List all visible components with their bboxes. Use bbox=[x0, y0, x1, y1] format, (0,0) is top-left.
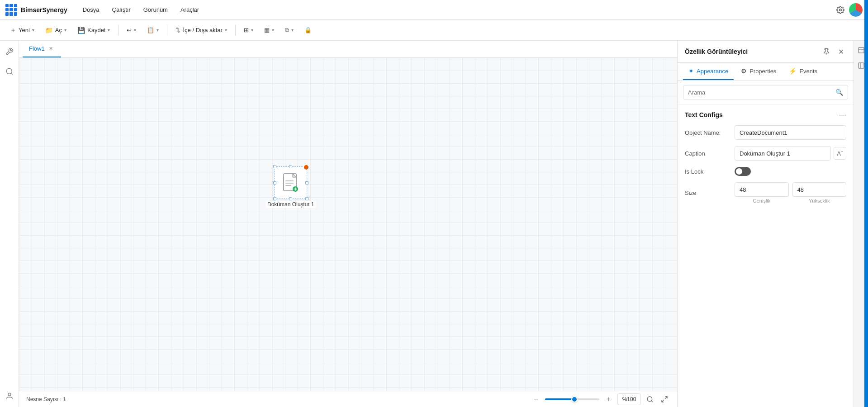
import-export-dropdown-arrow: ▾ bbox=[225, 28, 227, 33]
canvas-tabs: Flow1 ✕ bbox=[19, 41, 677, 58]
sidebar-user-icon[interactable] bbox=[3, 390, 16, 402]
zoom-expand-icon[interactable] bbox=[659, 394, 670, 405]
properties-tab-icon: ⚙ bbox=[741, 67, 747, 75]
canvas-tab-close-flow1[interactable]: ✕ bbox=[47, 45, 55, 52]
handle-top-left[interactable] bbox=[273, 165, 276, 168]
document-icon bbox=[283, 173, 299, 193]
canvas-node-createdocument[interactable]: Doküman Oluştur 1 bbox=[266, 166, 316, 208]
appearance-tab-icon: ✦ bbox=[688, 67, 694, 75]
node-box[interactable] bbox=[275, 166, 307, 199]
separator-3 bbox=[235, 25, 236, 36]
caption-translate-button[interactable]: Aᵀ bbox=[834, 147, 846, 160]
lock-button[interactable]: 🔒 bbox=[300, 24, 316, 36]
undo-dropdown-arrow: ▾ bbox=[134, 28, 136, 33]
zoom-controls: − ＋ bbox=[531, 393, 670, 405]
layout-dropdown-arrow: ▾ bbox=[272, 28, 274, 33]
section-collapse-icon[interactable]: — bbox=[839, 111, 846, 119]
copy-icon: ⧉ bbox=[285, 27, 289, 34]
zoom-out-button[interactable]: − bbox=[531, 394, 541, 405]
toolbar: ＋ Yeni ▾ 📁 Aç ▾ 💾 Kaydet ▾ ↩ ▾ 📋 ▾ ⇅ İçe… bbox=[0, 20, 868, 41]
field-row-object-name: Object Name: bbox=[685, 125, 846, 140]
clipboard-dropdown-arrow: ▾ bbox=[157, 28, 159, 33]
tab-events[interactable]: ⚡ Events bbox=[783, 63, 823, 80]
svg-rect-18 bbox=[859, 63, 864, 68]
size-width-wrap: Genişlik bbox=[735, 182, 789, 204]
lock-icon: 🔒 bbox=[304, 27, 312, 33]
left-sidebar bbox=[0, 41, 19, 407]
toggle-thumb bbox=[736, 168, 742, 175]
app-logo: BimserSynergy bbox=[5, 4, 67, 16]
canvas-area: Flow1 ✕ bbox=[19, 41, 677, 407]
zoom-fit-icon[interactable] bbox=[645, 394, 655, 405]
search-box: 🔍 bbox=[683, 85, 848, 99]
grid-button[interactable]: ⊞ ▾ bbox=[239, 24, 258, 36]
menu-bar: BimserSynergy Dosya Çalıştır Görünüm Ara… bbox=[0, 0, 868, 20]
size-height-input[interactable] bbox=[792, 182, 847, 197]
sidebar-tools-icon[interactable] bbox=[3, 45, 16, 58]
handle-top-middle[interactable] bbox=[289, 165, 292, 168]
size-height-wrap: Yükseklik bbox=[792, 182, 847, 204]
save-icon: 💾 bbox=[77, 27, 85, 34]
size-width-input[interactable] bbox=[735, 182, 789, 197]
clipboard-button[interactable]: 📋 ▾ bbox=[142, 24, 163, 36]
canvas-content[interactable]: Doküman Oluştur 1 bbox=[19, 58, 677, 391]
new-button[interactable]: ＋ Yeni ▾ bbox=[5, 24, 39, 37]
zoom-input[interactable] bbox=[617, 393, 641, 405]
open-button[interactable]: 📁 Aç ▾ bbox=[41, 24, 71, 36]
search-icon: 🔍 bbox=[835, 89, 843, 96]
zoom-slider-track[interactable] bbox=[545, 398, 599, 400]
copy-button[interactable]: ⧉ ▾ bbox=[280, 24, 298, 36]
handle-bottom-middle[interactable] bbox=[289, 197, 292, 200]
object-count: Nesne Sayısı : 1 bbox=[26, 396, 66, 402]
zoom-in-button[interactable]: ＋ bbox=[603, 394, 614, 405]
settings-icon[interactable] bbox=[835, 5, 845, 15]
section-title: Text Configs bbox=[685, 111, 723, 118]
handle-bottom-left[interactable] bbox=[273, 197, 276, 200]
object-name-label: Object Name: bbox=[685, 129, 735, 136]
undo-button[interactable]: ↩ ▾ bbox=[122, 24, 141, 36]
menu-araclar[interactable]: Araçlar bbox=[176, 5, 204, 15]
import-export-icon: ⇅ bbox=[175, 27, 180, 33]
import-export-button[interactable]: ⇅ İçe / Dışa aktar ▾ bbox=[171, 24, 231, 36]
handle-bottom-right[interactable] bbox=[305, 197, 308, 200]
canvas-tab-flow1[interactable]: Flow1 ✕ bbox=[23, 41, 61, 57]
field-row-size: Size Genişlik Yükseklik bbox=[685, 182, 846, 204]
canvas-statusbar: Nesne Sayısı : 1 − ＋ bbox=[19, 391, 677, 407]
copy-dropdown-arrow: ▾ bbox=[291, 28, 294, 33]
grid-icon: ⊞ bbox=[244, 27, 249, 33]
save-button[interactable]: 💾 Kaydet ▾ bbox=[73, 24, 114, 36]
panel-close-icon[interactable]: ✕ bbox=[835, 46, 846, 57]
handle-right-middle[interactable] bbox=[305, 181, 308, 185]
layout-button[interactable]: ▦ ▾ bbox=[260, 24, 279, 36]
open-icon: 📁 bbox=[45, 27, 53, 34]
object-name-input[interactable] bbox=[735, 125, 846, 140]
is-lock-toggle[interactable] bbox=[735, 167, 751, 176]
zoom-slider-thumb[interactable] bbox=[571, 396, 578, 402]
logo-icon bbox=[5, 4, 17, 16]
panel-pin-icon[interactable] bbox=[821, 46, 832, 57]
size-height-label: Yükseklik bbox=[792, 198, 847, 204]
new-icon: ＋ bbox=[10, 26, 16, 34]
search-input[interactable] bbox=[688, 89, 832, 96]
panel-content: Text Configs — Object Name: Caption Aᵀ bbox=[678, 104, 854, 407]
undo-icon: ↩ bbox=[127, 27, 132, 33]
panel-search-area: 🔍 bbox=[678, 80, 854, 104]
grid-dropdown-arrow: ▾ bbox=[251, 28, 253, 33]
user-avatar[interactable] bbox=[849, 3, 863, 17]
is-lock-label: Is Lock bbox=[685, 168, 735, 175]
sidebar-search-icon[interactable] bbox=[3, 65, 16, 78]
menu-gorunum[interactable]: Görünüm bbox=[139, 5, 172, 15]
handle-left-middle[interactable] bbox=[273, 181, 276, 185]
field-row-is-lock: Is Lock bbox=[685, 167, 846, 176]
tab-properties[interactable]: ⚙ Properties bbox=[735, 63, 782, 80]
open-dropdown-arrow: ▾ bbox=[64, 28, 66, 33]
new-dropdown-arrow: ▾ bbox=[32, 28, 34, 33]
svg-line-13 bbox=[665, 397, 667, 399]
panel-title: Özellik Görüntüleyici bbox=[685, 48, 817, 55]
node-indicator bbox=[303, 164, 309, 170]
tab-appearance[interactable]: ✦ Appearance bbox=[683, 63, 734, 80]
menu-calistir[interactable]: Çalıştır bbox=[108, 5, 135, 15]
menu-dosya[interactable]: Dosya bbox=[78, 5, 104, 15]
caption-input[interactable] bbox=[735, 146, 831, 161]
text-configs-section: Text Configs — Object Name: Caption Aᵀ bbox=[678, 104, 854, 216]
